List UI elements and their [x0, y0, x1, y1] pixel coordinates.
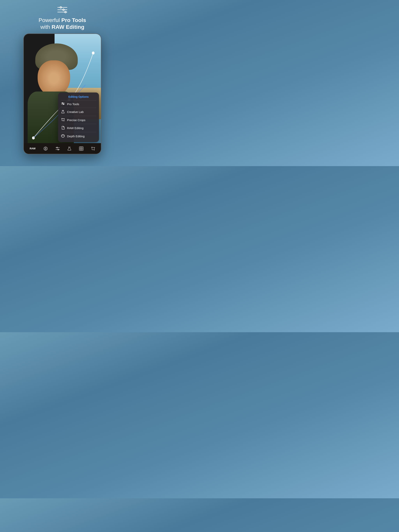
depth-editing-label: Depth Editing	[67, 134, 84, 138]
popup-item-depth-editing[interactable]: Depth Editing	[58, 132, 99, 140]
tone-icon	[44, 146, 48, 151]
precise-crops-label: Precise Crops	[67, 118, 85, 122]
toolbar-sliders[interactable]	[56, 147, 60, 150]
toolbar-grid[interactable]	[79, 146, 83, 151]
phone-frame: Editing Options Pro Tools	[23, 33, 101, 154]
grid-icon	[79, 146, 83, 151]
pro-tools-icon	[61, 102, 65, 106]
crop-icon	[61, 118, 65, 122]
popup-title: Editing Options	[58, 95, 99, 98]
editing-options-popup: Editing Options Pro Tools	[58, 93, 99, 142]
flask-icon-toolbar	[68, 146, 71, 151]
toolbar-raw[interactable]: RAW	[30, 147, 35, 150]
crop-icon-toolbar	[91, 147, 95, 151]
cube-icon	[61, 134, 65, 138]
popup-item-raw-editing[interactable]: RAW Editing	[58, 124, 99, 132]
flask-icon	[61, 110, 65, 114]
svg-rect-25	[79, 147, 83, 151]
svg-rect-30	[92, 147, 94, 150]
raw-file-icon	[61, 126, 65, 130]
raw-editing-bold: RAW Editing	[52, 24, 84, 30]
bottom-toolbar: RAW	[24, 143, 101, 154]
popup-item-precise-crops[interactable]: Precise Crops	[58, 116, 99, 124]
popup-item-pro-tools[interactable]: Pro Tools	[58, 101, 99, 108]
toolbar-lab[interactable]	[68, 146, 71, 151]
toolbar-tone[interactable]	[44, 146, 48, 151]
sliders-icon	[57, 6, 68, 15]
svg-rect-14	[62, 119, 64, 121]
pro-tools-bold: Pro Tools	[61, 17, 86, 23]
header-title: Powerful Pro Tools with RAW Editing	[39, 17, 86, 30]
creative-lab-label: Creative Lab	[67, 110, 84, 114]
header: Powerful Pro Tools with RAW Editing	[39, 0, 86, 30]
popup-item-creative-lab[interactable]: Creative Lab	[58, 108, 99, 116]
person-face	[38, 60, 70, 96]
pro-tools-label: Pro Tools	[67, 102, 79, 106]
raw-editing-label: RAW Editing	[67, 126, 83, 130]
raw-label: RAW	[30, 147, 35, 150]
toolbar-crop[interactable]	[91, 147, 95, 151]
sliders-icon-toolbar	[56, 147, 60, 150]
